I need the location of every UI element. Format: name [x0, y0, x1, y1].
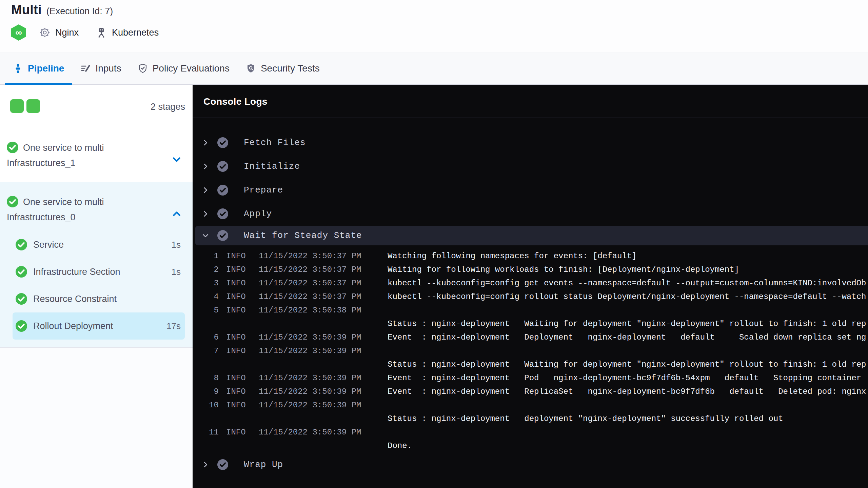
console-step-initialize[interactable]: Initialize	[193, 155, 868, 178]
log-line: Status : nginx-deployment Waiting for de…	[202, 317, 868, 331]
log-line: 3INFO11/15/2022 3:50:37 PMkubectl --kube…	[202, 277, 868, 290]
gear-icon	[39, 27, 51, 38]
log-timestamp: 11/15/2022 3:50:37 PM	[259, 290, 362, 304]
success-check-icon	[16, 293, 27, 305]
success-check-icon	[217, 459, 228, 470]
success-check-icon	[16, 320, 27, 332]
log-timestamp: 11/15/2022 3:50:39 PM	[259, 371, 362, 385]
log-level: INFO	[226, 331, 246, 344]
tab-policy-evaluations-label: Policy Evaluations	[153, 63, 230, 74]
chevron-down-icon[interactable]	[202, 232, 209, 239]
execution-stages-sidebar: 2 stages One service to multi Infrastruc…	[0, 85, 193, 488]
tab-security-tests-label: Security Tests	[261, 63, 320, 74]
log-line-number: 5	[202, 304, 219, 317]
title-row: Multi (Execution Id: 7)	[11, 3, 113, 17]
log-line-number: 3	[202, 277, 219, 290]
log-level: INFO	[226, 290, 246, 304]
stage-name: One service to multi Infrastructures_1	[7, 143, 104, 168]
kubernetes-icon	[96, 27, 107, 38]
console-step-label: Wait for Steady State	[244, 230, 362, 241]
chevron-right-icon[interactable]	[202, 163, 209, 170]
stage-item-infrastructures-0[interactable]: One service to multi Infrastructures_0 S…	[0, 182, 193, 348]
log-message: kubectl --kubeconfig=config get events -…	[388, 279, 866, 288]
log-line: Status : nginx-deployment deployment "ng…	[202, 412, 868, 426]
log-message: Watching following namespaces for events…	[388, 251, 637, 261]
log-line-number: 8	[202, 371, 219, 385]
step-item-service[interactable]: Service 1s	[13, 231, 185, 258]
log-message: Status : nginx-deployment Waiting for de…	[388, 360, 866, 369]
success-check-icon	[217, 185, 228, 196]
console-header: Console Logs	[193, 85, 868, 118]
log-level: INFO	[226, 277, 246, 290]
console-title: Console Logs	[193, 85, 868, 107]
log-timestamp: 11/15/2022 3:50:39 PM	[259, 331, 362, 344]
console-step-label: Wrap Up	[244, 460, 283, 470]
success-check-icon	[16, 239, 27, 250]
log-message: Event : nginx-deployment Deployment ngin…	[388, 333, 866, 342]
log-message: Waiting for following workloads to finis…	[388, 265, 739, 274]
log-line: 8INFO11/15/2022 3:50:39 PMEvent : nginx-…	[202, 371, 868, 385]
log-line: Done.	[202, 439, 868, 453]
console-step-wait-for-steady-state[interactable]: Wait for Steady State	[195, 226, 868, 245]
console-step-fetch-files[interactable]: Fetch Files	[193, 131, 868, 155]
chevron-right-icon[interactable]	[202, 210, 209, 218]
stage-item-infrastructures-1[interactable]: One service to multi Infrastructures_1	[0, 128, 193, 182]
tab-policy-evaluations[interactable]: Policy Evaluations	[130, 53, 238, 84]
inputs-icon	[80, 63, 91, 74]
log-timestamp: 11/15/2022 3:50:39 PM	[259, 385, 362, 399]
step-item-resource-constraint[interactable]: Resource Constraint	[13, 285, 185, 312]
chevron-right-icon[interactable]	[202, 186, 209, 194]
success-check-icon	[7, 142, 18, 153]
step-duration: 17s	[166, 321, 181, 331]
log-line: 2INFO11/15/2022 3:50:37 PMWaiting for fo…	[202, 263, 868, 277]
success-check-icon	[16, 266, 27, 278]
tab-security-tests[interactable]: Security Tests	[238, 53, 328, 84]
page-title: Multi	[11, 3, 42, 17]
console-step-wrap-up[interactable]: Wrap Up	[193, 453, 868, 476]
log-line-number: 6	[202, 331, 219, 344]
console-step-label: Prepare	[244, 185, 283, 195]
success-check-icon	[217, 137, 228, 148]
chevron-up-icon[interactable]	[172, 209, 182, 219]
log-line-number: 7	[202, 344, 219, 358]
chevron-right-icon[interactable]	[202, 461, 209, 468]
step-duration: 1s	[172, 267, 181, 277]
log-line: 4INFO11/15/2022 3:50:37 PMkubectl --kube…	[202, 290, 868, 304]
log-line: 1INFO11/15/2022 3:50:37 PMWatching follo…	[202, 249, 868, 263]
log-message: Status : nginx-deployment Waiting for de…	[388, 319, 866, 328]
stage-title: One service to multi Infrastructures_0	[0, 182, 176, 225]
step-item-infrastructure-section[interactable]: Infrastructure Section 1s	[13, 258, 185, 285]
success-check-icon	[217, 161, 228, 172]
stages-summary-header: 2 stages	[0, 85, 193, 128]
step-duration: 1s	[172, 240, 181, 250]
log-level: INFO	[226, 304, 246, 317]
step-item-rollout-deployment[interactable]: Rollout Deployment 17s	[13, 312, 185, 340]
console-step-prepare[interactable]: Prepare	[193, 178, 868, 202]
log-message: Event : nginx-deployment ReplicaSet ngin…	[388, 387, 866, 396]
log-level: INFO	[226, 399, 246, 412]
header-meta-row: ∞ Nginx Kubernetes	[11, 24, 159, 41]
console-step-apply[interactable]: Apply	[193, 202, 868, 226]
tab-pipeline[interactable]: Pipeline	[5, 53, 72, 84]
log-message: Status : nginx-deployment deployment "ng…	[388, 414, 783, 423]
log-line: 11INFO11/15/2022 3:50:39 PM	[202, 426, 868, 439]
stage-title: One service to multi Infrastructures_1	[0, 128, 176, 171]
log-line: 5INFO11/15/2022 3:50:38 PM	[202, 304, 868, 317]
log-level: INFO	[226, 263, 246, 277]
log-level: INFO	[226, 385, 246, 399]
log-line-number: 1	[202, 249, 219, 263]
service-name-label[interactable]: Nginx	[55, 27, 79, 38]
harness-infinity-icon: ∞	[11, 24, 26, 41]
chevron-down-icon[interactable]	[172, 155, 182, 165]
tab-inputs[interactable]: Inputs	[72, 53, 129, 84]
log-line: 7INFO11/15/2022 3:50:39 PM	[202, 344, 868, 358]
stage-count-label: 2 stages	[151, 102, 185, 112]
chevron-right-icon[interactable]	[202, 139, 209, 146]
step-name: Resource Constraint	[33, 294, 117, 304]
success-check-icon	[217, 208, 228, 219]
stage-status-squares	[10, 99, 40, 113]
pipeline-icon	[13, 63, 23, 74]
infrastructure-name-label[interactable]: Kubernetes	[112, 27, 159, 38]
log-level: INFO	[226, 344, 246, 358]
policy-shield-check-icon	[138, 63, 148, 74]
